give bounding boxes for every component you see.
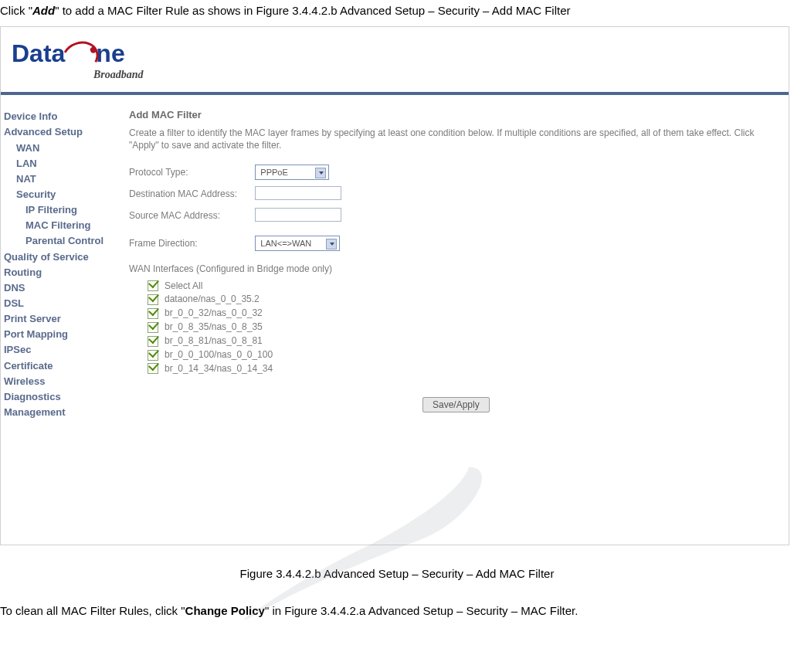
checkbox-icon[interactable] <box>148 308 158 319</box>
sidebar-item[interactable]: LAN <box>4 156 112 171</box>
wan-interface-row: Select All <box>148 280 781 292</box>
sidebar-item[interactable]: IP Filtering <box>4 202 112 218</box>
sidebar-item[interactable]: Diagnostics <box>4 389 112 405</box>
sidebar-item[interactable]: Wireless <box>4 374 112 389</box>
checkbox-icon[interactable] <box>148 363 158 374</box>
brand-subtitle: Broadband <box>93 69 144 81</box>
sidebar-item[interactable]: Parental Control <box>4 233 112 249</box>
clean-instruction: To clean all MAC Filter Rules, click "Ch… <box>0 603 794 619</box>
wan-interface-row: br_0_0_32/nas_0_0_32 <box>148 307 781 319</box>
checkbox-icon[interactable] <box>148 350 158 361</box>
sidebar-item[interactable]: DSL <box>4 296 112 311</box>
sidebar-item[interactable]: Security <box>4 187 112 202</box>
wan-interface-row: br_0_14_34/nas_0_14_34 <box>148 363 781 375</box>
save-apply-button[interactable]: Save/Apply <box>422 397 490 412</box>
wan-interface-row: dataone/nas_0_0_35.2 <box>148 294 781 305</box>
frame-direction-select[interactable]: LAN<=>WAN <box>255 236 340 251</box>
sidebar-item[interactable]: Quality of Service <box>4 249 112 265</box>
sidebar-item[interactable]: Management <box>4 405 112 420</box>
frame-direction-label: Frame Direction: <box>129 238 253 249</box>
panel-description: Create a filter to identify the MAC laye… <box>129 127 781 151</box>
wan-interface-label: br_0_0_32/nas_0_0_32 <box>165 307 263 318</box>
wan-interface-row: br_0_0_100/nas_0_0_100 <box>148 349 781 361</box>
content-panel: Add MAC Filter Create a filter to identi… <box>129 109 781 412</box>
figure-caption: Figure 3.4.4.2.b Advanced Setup – Securi… <box>0 567 794 580</box>
sidebar-nav: Device InfoAdvanced SetupWANLANNATSecuri… <box>4 109 112 420</box>
brand-logo: Datane <box>12 39 125 70</box>
checkbox-icon[interactable] <box>148 280 158 291</box>
wan-interface-row: br_0_8_81/nas_0_8_81 <box>148 335 781 347</box>
checkbox-icon[interactable] <box>148 336 158 347</box>
sidebar-item[interactable]: Print Server <box>4 311 112 327</box>
change-policy-term: Change Policy <box>185 604 265 617</box>
sidebar-item[interactable]: Device Info <box>4 109 112 124</box>
sidebar-item[interactable]: IPSec <box>4 342 112 358</box>
instruction-text: Click "Add" to add a MAC Filter Rule as … <box>0 0 794 26</box>
header-bar: Datane Broadband <box>1 27 789 95</box>
wan-interface-label: br_0_14_34/nas_0_14_34 <box>165 363 273 374</box>
destination-mac-input[interactable] <box>255 186 341 200</box>
wan-interface-label: br_0_0_100/nas_0_0_100 <box>165 349 273 360</box>
protocol-type-label: Protocol Type: <box>129 167 253 178</box>
sidebar-item[interactable]: Port Mapping <box>4 327 112 342</box>
add-term: Add <box>32 4 55 17</box>
wan-interface-row: br_0_8_35/nas_0_8_35 <box>148 321 781 333</box>
wan-interface-label: br_0_8_81/nas_0_8_81 <box>165 335 263 346</box>
destination-mac-label: Destination MAC Address: <box>129 188 253 199</box>
checkbox-icon[interactable] <box>148 322 158 333</box>
wan-interface-label: br_0_8_35/nas_0_8_35 <box>165 321 263 332</box>
protocol-type-select[interactable]: PPPoE <box>255 165 329 180</box>
source-mac-input[interactable] <box>255 208 341 222</box>
checkbox-icon[interactable] <box>148 294 158 305</box>
panel-heading: Add MAC Filter <box>129 109 781 120</box>
wan-interfaces-label: WAN Interfaces (Configured in Bridge mod… <box>129 263 781 274</box>
sidebar-item[interactable]: Advanced Setup <box>4 124 112 140</box>
wan-interface-label: Select All <box>165 280 202 291</box>
sidebar-item[interactable]: MAC Filtering <box>4 218 112 233</box>
wan-interface-label: dataone/nas_0_0_35.2 <box>165 294 260 304</box>
sidebar-item[interactable]: Routing <box>4 265 112 280</box>
sidebar-item[interactable]: WAN <box>4 141 112 156</box>
source-mac-label: Source MAC Address: <box>129 210 253 221</box>
sidebar-item[interactable]: Certificate <box>4 358 112 374</box>
sidebar-item[interactable]: DNS <box>4 280 112 296</box>
router-admin-screenshot: Datane Broadband Device InfoAdvanced Set… <box>0 26 789 545</box>
sidebar-item[interactable]: NAT <box>4 171 112 187</box>
